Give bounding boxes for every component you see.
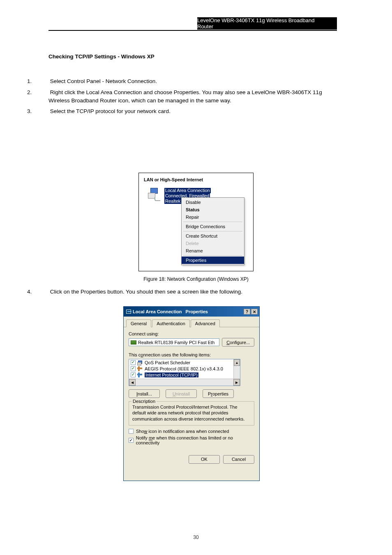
close-button[interactable]: ✕ (251, 309, 258, 314)
checkbox-icon[interactable]: ✓ (131, 372, 136, 377)
tab-advanced[interactable]: Advanced (191, 319, 220, 327)
cancel-button[interactable]: Cancel (223, 455, 254, 464)
list-item-tcpip[interactable]: ✓ Internet Protocol (TCP/IP) (129, 372, 240, 378)
dialog-tabs: General Authentication Advanced (124, 317, 259, 327)
page-number: 30 (0, 534, 392, 540)
tab-authentication[interactable]: Authentication (152, 319, 190, 327)
qos-icon (137, 360, 143, 365)
description-text: Transmission Control Protocol/Internet P… (132, 404, 251, 422)
menu-separator (183, 222, 242, 222)
tab-general[interactable]: General (126, 319, 151, 327)
figure1-caption: Figure 18: Network Configuration (Window… (0, 276, 392, 282)
menu-properties[interactable]: Properties (182, 257, 244, 264)
list-item-aegis[interactable]: ✓ AEGIS Protocol (IEEE 802.1x) v3.4.3.0 (129, 365, 240, 372)
step4-num: 4. (27, 288, 48, 296)
step2-num: 2. (27, 88, 48, 97)
show-icon-label: Show icon in notification area when conn… (136, 429, 229, 434)
step1-num: 1. (27, 77, 48, 86)
document-body: Checking TCP/IP Settings - Windows XP 1.… (48, 53, 337, 118)
tcpip-icon (137, 372, 143, 377)
figure1-screenshot: LAN or High-Speed Internet Local Area Co… (138, 173, 254, 271)
notify-checkbox[interactable]: ✓ (129, 438, 134, 443)
ok-button[interactable]: OK (189, 455, 220, 464)
section-title: Checking TCP/IP Settings - Windows XP (48, 53, 337, 61)
menu-separator (183, 255, 242, 256)
list-item-qos[interactable]: ✓ QoS Packet Scheduler (129, 359, 240, 365)
adapter-field[interactable]: Realtek RTL8139 Family PCI Fast Eth (129, 338, 219, 346)
list-item-label: AEGIS Protocol (IEEE 802.1x) v3.4.3.0 (145, 366, 223, 371)
scroll-right-icon[interactable]: ▶ (233, 379, 240, 386)
menu-shortcut[interactable]: Create Shortcut (182, 232, 244, 240)
menu-rename[interactable]: Rename (182, 247, 244, 254)
brand-text: LevelOne WBR-3406TX 11g Wireless Broadba… (197, 17, 330, 30)
menu-separator (183, 231, 242, 231)
description-fieldset: Description Transmission Control Protoco… (129, 401, 254, 426)
step4-block: 4. Click on the Properties button. You s… (48, 288, 337, 298)
scroll-left-icon[interactable]: ◀ (129, 379, 136, 386)
lan-connection-icon (148, 188, 163, 203)
properties-button[interactable]: Properties (203, 389, 234, 398)
menu-bridge[interactable]: Bridge Connections (182, 223, 244, 230)
connection-name[interactable]: Local Area Connection (164, 188, 211, 193)
aegis-icon (137, 366, 143, 371)
checkbox-icon[interactable]: ✓ (131, 366, 136, 371)
dialog-titlebar: Local Area Connection Properties ? ✕ (124, 307, 259, 317)
menu-repair[interactable]: Repair (182, 213, 244, 221)
configure-button[interactable]: Configure... (222, 338, 254, 347)
notify-label: Notify me when this connection has limit… (136, 435, 254, 445)
header-rule (48, 30, 337, 31)
horizontal-scrollbar[interactable]: ◀ ▶ (129, 379, 240, 386)
figure2-dialog: Local Area Connection Properties ? ✕ Gen… (123, 306, 260, 481)
items-label: This connection uses the following items… (129, 352, 254, 357)
list-item-label: Internet Protocol (TCP/IP) (145, 372, 198, 377)
header-brand: LevelOne WBR-3406TX 11g Wireless Broadba… (197, 17, 337, 30)
menu-delete: Delete (182, 240, 244, 247)
dialog-title: Local Area Connection Properties (133, 309, 208, 314)
step4-text: Click on the Properties button. You shou… (48, 289, 242, 295)
uninstall-button: Uninstall (166, 389, 197, 398)
step2-text: Right click the Local Area Connection an… (48, 89, 322, 104)
list-item-label: QoS Packet Scheduler (145, 360, 190, 365)
vertical-scrollbar[interactable]: ▲ (233, 359, 240, 379)
step3-text: Select the TCP/IP protocol for your netw… (48, 108, 171, 114)
connect-using-label: Connect using: (129, 331, 254, 336)
adapter-name: Realtek RTL8139 Family PCI Fast Eth (138, 340, 214, 345)
show-icon-checkbox[interactable] (129, 429, 134, 434)
nic-icon (131, 340, 136, 345)
checkbox-icon[interactable]: ✓ (131, 360, 136, 365)
titlebar-icon (126, 310, 131, 314)
connection-nic: Realtek (164, 199, 181, 204)
description-legend: Description (131, 399, 157, 404)
step1-text: Select Control Panel - Network Connectio… (48, 78, 157, 84)
step3-num: 3. (27, 107, 48, 116)
lan-heading: LAN or High-Speed Internet (144, 177, 203, 182)
menu-status[interactable]: Status (182, 206, 244, 213)
items-listbox[interactable]: ✓ QoS Packet Scheduler ✓ AEGIS Protocol … (129, 359, 240, 386)
help-button[interactable]: ? (244, 309, 250, 314)
context-menu: Disable Status Repair Bridge Connections… (181, 197, 244, 265)
menu-disable[interactable]: Disable (182, 199, 244, 206)
scroll-up-icon[interactable]: ▲ (234, 359, 240, 366)
install-button[interactable]: Install... (129, 389, 160, 398)
